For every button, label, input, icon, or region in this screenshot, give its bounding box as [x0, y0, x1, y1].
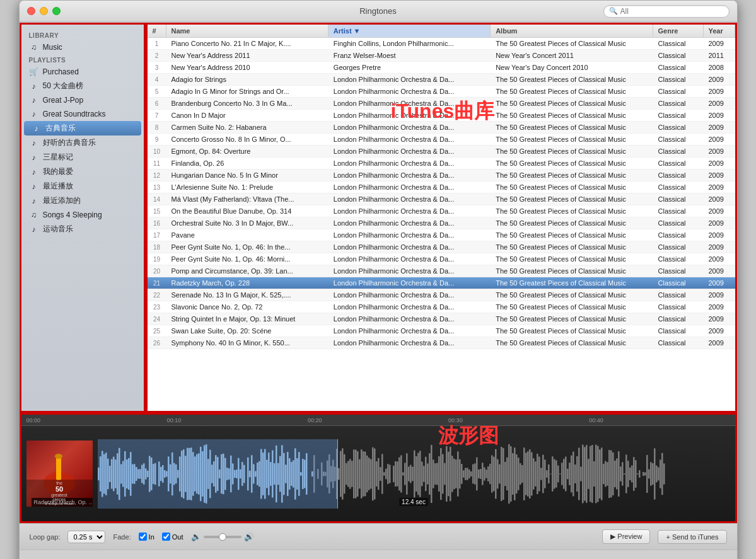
cell-album: The 50 Greatest Pieces of Classical Musi…: [491, 158, 653, 169]
cell-num: 1: [148, 38, 166, 49]
minimize-button[interactable]: [40, 7, 48, 15]
svg-rect-79: [241, 462, 243, 486]
svg-rect-285: [631, 465, 633, 482]
th-year[interactable]: Year: [704, 25, 735, 37]
table-row[interactable]: 8 Carmen Suite No. 2: Habanera London Ph…: [148, 122, 735, 134]
th-name[interactable]: Name: [166, 25, 329, 37]
table-row[interactable]: 15 On the Beautiful Blue Danube, Op. 314…: [148, 205, 735, 217]
sidebar-item-my-fav[interactable]: ♪ 我的最爱: [21, 164, 144, 179]
table-row[interactable]: 2 New Year's Address 2011 Franz Welser-M…: [148, 50, 735, 62]
table-row[interactable]: 4 Adagio for Strings London Philharmonic…: [148, 74, 735, 86]
th-num[interactable]: #: [148, 25, 166, 37]
th-genre[interactable]: Genre: [653, 25, 704, 37]
sidebar-item-classical[interactable]: ♪ 古典音乐: [24, 121, 141, 135]
cell-album: The 50 Greatest Pieces of Classical Musi…: [491, 98, 653, 109]
preview-button[interactable]: ▶ Preview: [602, 529, 650, 544]
sidebar-item-label: 我的最爱: [43, 166, 73, 177]
table-row[interactable]: 23 Slavonic Dance No. 2, Op. 72 London P…: [148, 301, 735, 313]
table-row[interactable]: 6 Brandenburg Concerto No. 3 In G Ma... …: [148, 98, 735, 110]
cell-genre: Classical: [653, 277, 704, 289]
svg-rect-38: [164, 470, 166, 478]
cell-num: 4: [148, 74, 166, 85]
table-row[interactable]: 3 New Year's Address 2010 Georges Pretre…: [148, 62, 735, 74]
svg-rect-40: [168, 456, 170, 491]
search-input[interactable]: [620, 7, 724, 16]
waveform-canvas[interactable]: 12.4 sec: [98, 439, 730, 509]
loop-gap-select[interactable]: 0.25 s: [67, 531, 105, 543]
sidebar-item-great-jpop[interactable]: ♪ Great J-Pop: [21, 93, 144, 107]
table-row[interactable]: 17 Pavane London Philharmonic Orchestra …: [148, 229, 735, 241]
fade-out-checkbox[interactable]: [162, 533, 170, 541]
slider-thumb[interactable]: [219, 533, 226, 541]
svg-rect-296: [652, 463, 654, 485]
sidebar-item-sports[interactable]: ♪ 运动音乐: [21, 222, 144, 236]
th-album[interactable]: Album: [491, 25, 653, 37]
sidebar-item-purchased[interactable]: 🛒 Purchased: [21, 65, 144, 79]
svg-rect-168: [410, 464, 412, 483]
table-row[interactable]: 1 Piano Concerto No. 21 In C Major, K...…: [148, 38, 735, 50]
table-row[interactable]: 11 Finlandia, Op. 26 London Philharmonic…: [148, 158, 735, 170]
cell-artist: London Philharmonic Orchestra & Da...: [329, 277, 491, 289]
table-row[interactable]: 14 Má Vlast (My Fatherland): Vltava (The…: [148, 193, 735, 205]
svg-rect-23: [136, 467, 137, 481]
table-row[interactable]: 19 Peer Gynt Suite No. 1, Op. 46: Morni.…: [148, 253, 735, 265]
svg-rect-254: [573, 451, 574, 496]
table-row[interactable]: 5 Adagio In G Minor for Strings and Or..…: [148, 86, 735, 98]
sidebar-item-great-soundtracks[interactable]: ♪ Great Soundtracks: [21, 107, 144, 121]
search-box[interactable]: 🔍: [603, 5, 730, 18]
svg-rect-161: [397, 461, 398, 486]
cell-artist: London Philharmonic Orchestra & Da...: [329, 217, 491, 229]
sidebar: LIBRARY ♫ Music PLAYLISTS 🛒 Purchased ♪ …: [20, 23, 146, 413]
sidebar-item-music[interactable]: ♫ Music: [21, 40, 144, 54]
svg-rect-102: [285, 464, 287, 483]
svg-rect-194: [459, 459, 461, 488]
table-row[interactable]: 7 Canon In D Major London Philharmonic O…: [148, 110, 735, 122]
cell-album: The 50 Greatest Pieces of Classical Musi…: [491, 301, 653, 313]
cell-album: The 50 Greatest Pieces of Classical Musi…: [491, 229, 653, 241]
sidebar-item-recent-play[interactable]: ♪ 最近播放: [21, 179, 144, 193]
svg-rect-148: [372, 447, 374, 500]
th-artist[interactable]: Artist ▼: [329, 25, 491, 37]
svg-rect-25: [139, 469, 141, 478]
fade-in-label[interactable]: In: [139, 533, 154, 541]
fade-out-label[interactable]: Out: [162, 533, 183, 541]
sidebar-item-50gold[interactable]: ♪ 50 大金曲榜: [21, 79, 144, 93]
sidebar-item-recent-add[interactable]: ♪ 最近添加的: [21, 193, 144, 208]
svg-rect-299: [658, 467, 660, 480]
table-row[interactable]: 18 Peer Gynt Suite No. 1, Op. 46: In the…: [148, 241, 735, 253]
table-row[interactable]: 9 Concerto Grosso No. 8 In G Minor, O...…: [148, 134, 735, 146]
svg-rect-253: [571, 455, 573, 492]
sidebar-item-label: Great J-Pop: [43, 96, 84, 105]
table-row[interactable]: 22 Serenade No. 13 In G Major, K. 525,..…: [148, 289, 735, 301]
duration-label: 12.4 sec: [399, 498, 428, 506]
table-row[interactable]: 12 Hungarian Dance No. 5 In G Minor Lond…: [148, 170, 735, 182]
maximize-button[interactable]: [52, 7, 61, 15]
sidebar-item-songs4sleep[interactable]: ♫ Songs 4 Sleeping: [21, 208, 144, 222]
cell-album: The 50 Greatest Pieces of Classical Musi…: [491, 134, 653, 145]
cell-genre: Classical: [653, 50, 704, 61]
fade-in-checkbox[interactable]: [139, 533, 147, 541]
svg-rect-200: [470, 471, 472, 476]
cell-album: The 50 Greatest Pieces of Classical Musi…: [491, 277, 653, 289]
svg-rect-26: [141, 464, 143, 483]
send-to-itunes-button[interactable]: + Send to iTunes: [658, 530, 726, 544]
table-row[interactable]: 21 Radetzky March, Op. 228 London Philha…: [148, 277, 735, 289]
sidebar-item-three-star[interactable]: ♪ 三星标记: [21, 150, 144, 164]
svg-rect-213: [495, 449, 497, 498]
table-row[interactable]: 26 Symphony No. 40 In G Minor, K. 550...…: [148, 337, 735, 349]
table-row[interactable]: 24 String Quintet In e Major, Op. 13: Mi…: [148, 313, 735, 325]
table-row[interactable]: 16 Orchestral Suite No. 3 In D Major, BW…: [148, 217, 735, 229]
close-button[interactable]: [27, 7, 35, 15]
volume-slider[interactable]: 🔈 🔊: [191, 532, 254, 541]
table-row[interactable]: 13 L'Arlesienne Suite No. 1: Prelude Lon…: [148, 182, 735, 193]
table-row[interactable]: 25 Swan Lake Suite, Op. 20: Scéne London…: [148, 325, 735, 337]
track-table-body: 1 Piano Concerto No. 21 In C Major, K...…: [148, 38, 735, 411]
cell-album: The 50 Greatest Pieces of Classical Musi…: [491, 170, 653, 181]
slider-track[interactable]: [204, 536, 241, 538]
table-row[interactable]: 10 Egmont, Op. 84: Overture London Philh…: [148, 146, 735, 158]
svg-rect-105: [291, 461, 293, 485]
svg-rect-141: [359, 459, 361, 488]
table-row[interactable]: 20 Pomp and Circumstance, Op. 39: Lan...…: [148, 265, 735, 277]
sidebar-item-good-classical[interactable]: ♪ 好听的古典音乐: [21, 135, 144, 150]
cell-artist: London Philharmonic Orchestra & Da...: [329, 229, 491, 241]
